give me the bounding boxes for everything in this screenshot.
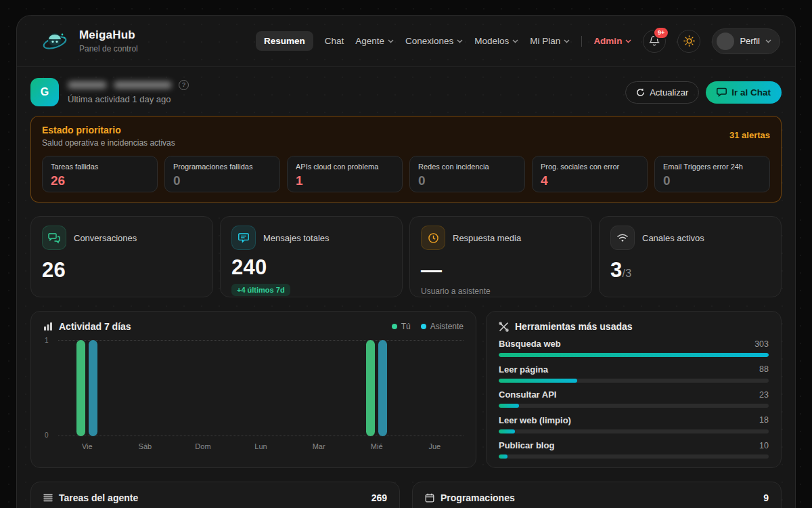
tasks-count: 269	[371, 492, 387, 503]
schedules-panel: Programaciones 9	[412, 482, 782, 508]
app-subtitle: Panel de control	[79, 44, 138, 54]
tool-progress-track	[499, 429, 769, 433]
priority-status-panel: Estado prioritario Salud operativa e inc…	[30, 116, 782, 203]
activity-bars	[58, 340, 464, 436]
tool-label: Consultar API	[499, 389, 556, 400]
app-title: MeigaHub	[79, 28, 138, 42]
tool-usage-row: Publicar blog10	[499, 440, 769, 459]
activity-x-labels: VieSábDomLunMarMiéJue	[58, 442, 464, 450]
sun-icon	[683, 35, 695, 47]
tool-progress-fill	[499, 454, 508, 459]
bar-group-Lun	[232, 340, 290, 436]
avatar	[717, 33, 734, 50]
stat-card-respuesta-media: Respuesta media — Usuario a asistente	[409, 216, 592, 297]
nav-resumen[interactable]: Resumen	[256, 31, 313, 51]
tool-label: Leer web (limpio)	[499, 415, 571, 425]
x-tick-label: Mié	[348, 442, 406, 450]
user-avatar: G	[30, 78, 59, 106]
bar-Asistente	[378, 340, 387, 436]
respuesta-value: —	[421, 258, 581, 282]
tool-usage-row: Leer web (limpio)18	[499, 415, 769, 433]
nav-modelos[interactable]: Modelos	[474, 36, 518, 46]
chart-legend: Tú Asistente	[392, 322, 464, 331]
wifi-icon	[610, 226, 635, 250]
app-logo-icon	[40, 26, 70, 56]
schedules-panel-title: Programaciones	[441, 492, 515, 503]
conversations-icon	[42, 226, 66, 250]
alerts-total: 31 alertas	[729, 130, 770, 140]
user-summary-row: G ? Última actividad 1 day ago Actualiza…	[30, 78, 782, 106]
tool-count: 88	[759, 364, 769, 374]
x-tick-label: Vie	[58, 442, 116, 450]
legend-dot-cyan	[421, 324, 426, 329]
chevron-down-icon	[457, 39, 463, 43]
nav-agente[interactable]: Agente	[355, 36, 394, 46]
bar-Tú	[76, 340, 85, 436]
user-name-redacted	[68, 81, 107, 89]
legend-dot-green	[392, 324, 397, 329]
stat-card-canales: Canales activos 3/3	[599, 216, 782, 297]
bar-group-Dom	[174, 340, 232, 436]
bar-chart-icon	[43, 322, 53, 331]
messages-icon	[231, 226, 256, 250]
nav-admin[interactable]: Admin	[593, 36, 631, 46]
mensajes-delta-badge: +4 últimos 7d	[231, 284, 290, 296]
bar-group-Vie	[58, 340, 116, 436]
bar-group-Jue	[405, 340, 464, 436]
go-to-chat-button[interactable]: Ir al Chat	[706, 81, 782, 104]
tool-label: Publicar blog	[499, 440, 554, 450]
x-tick-label: Sáb	[116, 442, 175, 450]
priority-card-prog-sociales: Prog. sociales con error 4	[532, 156, 648, 192]
tasks-panel-title: Tareas del agente	[59, 492, 138, 503]
priority-subtitle: Salud operativa e incidencias activas	[42, 138, 175, 148]
tool-progress-track	[499, 379, 769, 383]
mensajes-value: 240	[231, 255, 391, 280]
x-tick-label: Dom	[174, 442, 232, 450]
bar-Tú	[366, 340, 375, 436]
nav-chat[interactable]: Chat	[325, 36, 344, 46]
user-name-redacted	[114, 81, 172, 89]
tool-progress-track	[499, 454, 769, 459]
top-navbar: MeigaHub Panel de control Resumen Chat A…	[17, 16, 795, 67]
activity-chart-plot: 1 0	[58, 340, 464, 436]
tool-progress-fill	[499, 379, 577, 383]
nav-mi-plan[interactable]: Mi Plan	[530, 36, 570, 46]
main-nav: Resumen Chat Agente Conexiones Modelos M…	[256, 28, 780, 54]
priority-card-apis-cloud: APIs cloud con problema 1	[287, 156, 403, 192]
refresh-button[interactable]: Actualizar	[625, 81, 699, 104]
canales-value: 3/3	[610, 258, 770, 282]
last-activity-text: Última actividad 1 day ago	[68, 94, 189, 104]
priority-card-tareas-fallidas: Tareas fallidas 26	[42, 156, 158, 192]
activity-chart-title: Actividad 7 días	[59, 321, 131, 332]
tool-progress-fill	[499, 429, 515, 433]
clock-icon	[421, 226, 445, 250]
tool-progress-track	[499, 404, 769, 408]
calendar-icon	[425, 493, 434, 503]
x-tick-label: Mar	[290, 442, 348, 450]
notifications-button[interactable]: 9+	[643, 30, 666, 53]
app-window: MeigaHub Panel de control Resumen Chat A…	[16, 15, 796, 508]
list-icon	[43, 494, 53, 502]
nav-divider	[581, 36, 582, 47]
tool-usage-row: Leer página88	[499, 364, 769, 383]
priority-card-programaciones-fallidas: Programaciones fallidas 0	[164, 156, 280, 192]
tools-panel: Herramientas más usadas Búsqueda web303L…	[486, 311, 782, 468]
tool-count: 10	[759, 441, 769, 450]
tools-icon	[499, 322, 509, 332]
tools-list: Búsqueda web303Leer página88Consultar AP…	[499, 339, 769, 459]
x-tick-label: Lun	[232, 442, 290, 450]
nav-conexiones[interactable]: Conexiones	[405, 36, 463, 46]
priority-card-email-triggers: Email Triggers error 24h 0	[654, 156, 770, 192]
tool-progress-fill	[499, 353, 769, 357]
stats-row: Conversaciones 26 Mensajes totales 240	[30, 216, 782, 297]
tool-count: 18	[759, 415, 769, 425]
legend-asistente: Asistente	[421, 322, 464, 331]
tool-usage-row: Búsqueda web303	[499, 339, 769, 357]
help-icon[interactable]: ?	[179, 80, 189, 90]
stat-card-conversaciones: Conversaciones 26	[30, 216, 213, 297]
profile-menu-button[interactable]: Perfil	[712, 28, 780, 54]
chat-bubble-icon	[717, 87, 727, 97]
notifications-badge: 9+	[653, 26, 669, 39]
bar-group-Mié	[348, 340, 406, 436]
theme-toggle-button[interactable]	[677, 30, 700, 53]
